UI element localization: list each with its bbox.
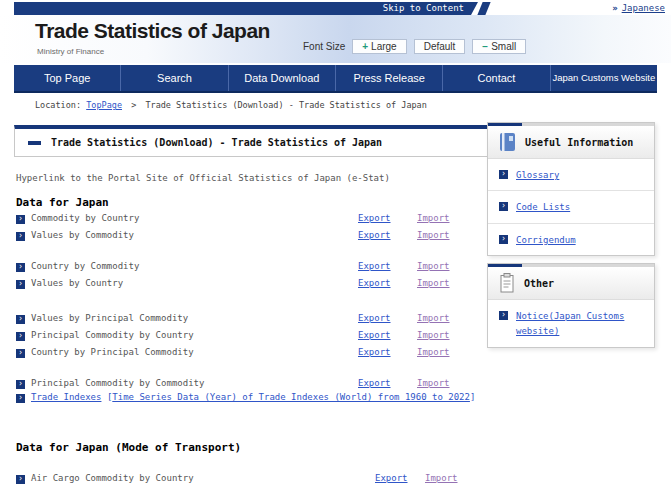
breadcrumb-prefix: Location:	[35, 100, 81, 110]
time-series-link[interactable]: Time Series Data (Year) of Trade Indexes…	[112, 392, 470, 402]
bullet-arrow-icon	[499, 311, 508, 320]
breadcrumb-separator: >	[131, 100, 136, 110]
font-size-label: Font Size	[303, 41, 345, 52]
font-size-large-button[interactable]: +Large	[352, 39, 406, 54]
import-link[interactable]: Import	[417, 313, 450, 323]
nav-press-release[interactable]: Press Release	[335, 65, 442, 91]
nav-contact[interactable]: Contact	[442, 65, 549, 91]
bullet-arrow-icon	[16, 215, 25, 224]
sidebar-item-code-lists[interactable]: Code Lists	[488, 191, 654, 223]
bullet-arrow-icon	[499, 235, 508, 244]
japanese-language-link[interactable]: Japanese	[622, 3, 665, 13]
import-link[interactable]: Import	[417, 230, 450, 240]
font-size-default-button[interactable]: Default	[414, 39, 466, 54]
bullet-arrow-icon	[16, 380, 25, 389]
book-icon	[499, 132, 516, 152]
section-heading-data-for-japan: Data for Japan	[16, 196, 109, 209]
clipboard-icon	[499, 273, 515, 293]
breadcrumb-current: Trade Statistics (Download) - Trade Stat…	[145, 100, 426, 110]
bullet-arrow-icon	[16, 280, 25, 289]
bracket-close: ]	[470, 392, 475, 402]
bullet-arrow-icon	[499, 170, 508, 179]
font-size-small-button[interactable]: −Small	[472, 39, 526, 54]
row-label: Country by Principal Commodity	[31, 347, 194, 357]
export-link[interactable]: Export	[358, 378, 391, 388]
chevron-right-icon	[612, 3, 621, 13]
row-label: Principal Commodity by Commodity	[31, 378, 204, 388]
trade-indexes-row: Trade Indexes [Time Series Data (Year) o…	[16, 392, 466, 402]
import-link[interactable]: Import	[417, 330, 450, 340]
table-row: Air Cargo Commodity by Country Export Im…	[16, 472, 466, 489]
font-size-default-label: Default	[424, 41, 456, 52]
table-row: Values by Principal Commodity Export Imp…	[16, 312, 466, 329]
row-label: Values by Country	[31, 278, 123, 288]
site-subtitle: Ministry of Finance	[37, 47, 104, 56]
plus-icon: +	[362, 41, 368, 52]
export-link[interactable]: Export	[358, 330, 391, 340]
export-link[interactable]: Export	[375, 473, 408, 483]
section-heading-mode-of-transport: Data for Japan (Mode of Transport)	[16, 441, 241, 454]
bullet-arrow-icon	[16, 332, 25, 341]
row-label: Commodity by Country	[31, 213, 139, 223]
skip-to-content-link[interactable]: Skip to Content	[14, 2, 478, 15]
useful-information-header: Useful Information	[488, 126, 654, 159]
sidebar-item-corrigendum[interactable]: Corrigendum	[488, 224, 654, 255]
row-label: Values by Principal Commodity	[31, 313, 188, 323]
top-utility-bar: Skip to Content	[14, 2, 478, 15]
header: Trade Statistics of Japan Ministry of Fi…	[0, 15, 671, 63]
table-row: Values by Commodity Export Import	[16, 229, 466, 246]
glossary-link[interactable]: Glossary	[516, 168, 559, 183]
table-row: Country by Commodity Export Import	[16, 260, 466, 277]
sidebar-item-notice[interactable]: Notice(Japan Customs website)	[488, 300, 654, 347]
top-bar-tail-decoration	[477, 2, 490, 15]
table-row: Commodity by Country Export Import	[16, 212, 466, 229]
import-link[interactable]: Import	[417, 213, 450, 223]
row-group-2: Country by Commodity Export Import Value…	[16, 260, 466, 294]
language-switch: Japanese	[612, 3, 665, 13]
bullet-arrow-icon	[16, 475, 25, 484]
useful-information-box: Useful Information Glossary Code Lists C…	[487, 122, 655, 256]
row-group-1: Commodity by Country Export Import Value…	[16, 212, 466, 246]
font-size-small-label: Small	[491, 41, 516, 52]
trade-indexes-wrap: Trade Indexes [Time Series Data (Year) o…	[31, 392, 475, 402]
trade-indexes-link[interactable]: Trade Indexes	[31, 392, 101, 402]
font-size-controls: Font Size +Large Default −Small	[303, 39, 526, 54]
export-link[interactable]: Export	[358, 261, 391, 271]
nav-top-page[interactable]: Top Page	[14, 65, 120, 91]
export-link[interactable]: Export	[358, 278, 391, 288]
nav-data-download[interactable]: Data Download	[228, 65, 335, 91]
breadcrumb: Location: TopPage > Trade Statistics (Do…	[35, 100, 427, 110]
dash-icon	[28, 141, 41, 145]
site-title: Trade Statistics of Japan	[35, 19, 270, 43]
page-title: Trade Statistics (Download) - Trade Stat…	[51, 137, 382, 148]
sidebar-item-glossary[interactable]: Glossary	[488, 159, 654, 191]
import-link[interactable]: Import	[417, 347, 450, 357]
export-link[interactable]: Export	[358, 347, 391, 357]
corrigendum-link[interactable]: Corrigendum	[516, 233, 576, 248]
import-link[interactable]: Import	[417, 378, 450, 388]
table-row: Principal Commodity by Country Export Im…	[16, 329, 466, 346]
row-group-3: Values by Principal Commodity Export Imp…	[16, 312, 466, 363]
main-nav: Top Page Search Data Download Press Rele…	[14, 65, 657, 93]
row-label: Air Cargo Commodity by Country	[31, 473, 194, 483]
import-link[interactable]: Import	[417, 278, 450, 288]
row-label: Values by Commodity	[31, 230, 134, 240]
nav-search[interactable]: Search	[120, 65, 227, 91]
export-link[interactable]: Export	[358, 213, 391, 223]
bullet-arrow-icon	[16, 315, 25, 324]
nav-japan-customs-website[interactable]: Japan Customs Website	[550, 65, 657, 91]
row-label: Country by Commodity	[31, 261, 139, 271]
minus-icon: −	[482, 41, 488, 52]
breadcrumb-toppage-link[interactable]: TopPage	[86, 100, 122, 110]
notice-link[interactable]: Notice(Japan Customs website)	[516, 309, 640, 340]
import-link[interactable]: Import	[425, 473, 458, 483]
row-label: Principal Commodity by Country	[31, 330, 194, 340]
export-link[interactable]: Export	[358, 230, 391, 240]
bullet-arrow-icon	[16, 263, 25, 272]
code-lists-link[interactable]: Code Lists	[516, 200, 570, 215]
export-link[interactable]: Export	[358, 313, 391, 323]
page-title-box: Trade Statistics (Download) - Trade Stat…	[14, 125, 488, 157]
import-link[interactable]: Import	[417, 261, 450, 271]
row-group-air-cargo: Air Cargo Commodity by Country Export Im…	[16, 472, 466, 489]
estat-intro-text: Hyperlink to the Portal Site of Official…	[16, 173, 390, 183]
